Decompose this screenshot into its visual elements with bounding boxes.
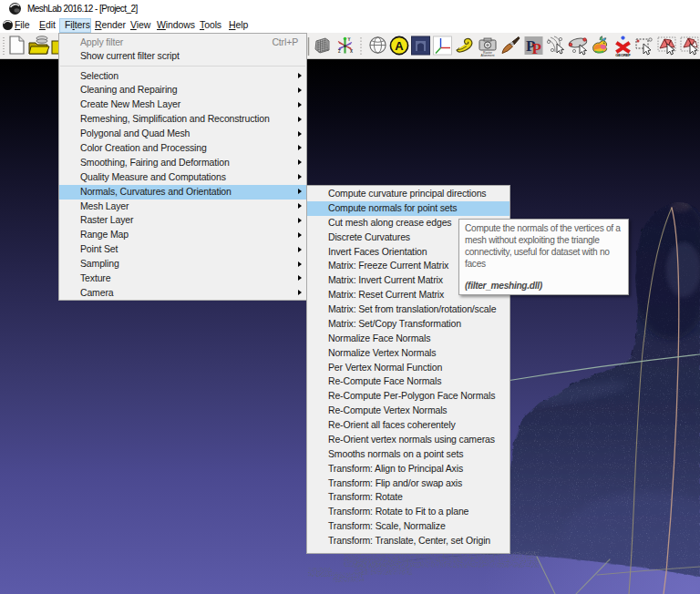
svg-text:GEOREF: GEOREF (615, 53, 631, 56)
svg-text:Alignment: Alignment (480, 54, 494, 56)
svg-text:Y: Y (348, 37, 351, 42)
svg-text:X: X (350, 49, 353, 54)
svg-text:P: P (532, 40, 541, 56)
svg-text:Z: Z (338, 49, 341, 54)
svg-text:A: A (395, 39, 404, 53)
